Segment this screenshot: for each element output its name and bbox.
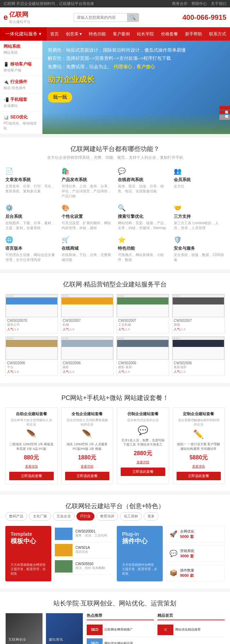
sidebar-item-phone[interactable]: 📲 手机端套 企业建站 — [0, 94, 42, 111]
pricing-btn-2[interactable]: 立即选此套餐 — [65, 472, 110, 480]
nav-academy[interactable]: 站长学院 — [133, 28, 157, 41]
nav-contact[interactable]: 联系方式 — [206, 28, 230, 41]
templates-grid: CWS020070 建筑公司 人气:1.4 CWS02007 机械 人气:1.0 — [5, 294, 225, 376]
pricing-price-2: 1880元 — [65, 454, 110, 462]
top-link-about[interactable]: 关于我们 — [211, 1, 226, 6]
template-heat-3: 人气: — [118, 327, 126, 331]
nav-creative[interactable]: 创意库 ▾ — [62, 28, 85, 41]
pricing-icon-2: 🪶 — [65, 429, 110, 439]
nav-pricing[interactable]: 价格套餐 — [157, 28, 182, 41]
platform-tab-3[interactable]: IT行业 — [76, 512, 94, 521]
platform-tab-4[interactable]: 教育培训 — [96, 512, 118, 521]
feature-security-icon: 🛡️ — [174, 236, 225, 244]
hero-big-text: 助力企业成长 — [48, 74, 225, 85]
template-preview-7 — [117, 337, 169, 360]
feature-lang-name: 语言版本 — [5, 245, 56, 251]
feature-thirdparty-name: 三方支持 — [174, 214, 225, 220]
pricing-detail-2[interactable]: 查看详情 — [65, 464, 110, 469]
hero-line1: 简易性：响应式页面设计，国际前沿时尚设计，傻瓜式操作简单易懂 — [48, 46, 225, 54]
rec-item-2[interactable]: SEO 网站优化建站精品营 — [87, 637, 154, 644]
template-heat-1: 人气: — [7, 327, 15, 331]
template-card-2[interactable]: CWS02007 机械 人气:1.0 — [61, 294, 114, 333]
feature-backend: ⚙️ 后台系统 在线图库，下载，分享，素材，主题，复制，全量系统 — [5, 204, 56, 231]
sidebar-item-mobile[interactable]: 📱 移动客户端 移动客户端 — [0, 58, 42, 76]
platform-tab-5[interactable]: 化工原材 — [120, 512, 142, 521]
search-button[interactable]: 🔍 — [127, 13, 139, 22]
hero-banner: 简易性：响应式页面设计，国际前沿时尚设计，傻瓜式操作简单易懂 解百性：选择好页面… — [42, 41, 230, 134]
nav-home[interactable]: 首页 — [47, 28, 62, 41]
float-consult[interactable]: 在线咨询 — [219, 106, 230, 110]
platform-tab-more[interactable]: 更多 — [144, 512, 159, 521]
pricing-btn-3[interactable]: 立即选此套餐 — [121, 468, 165, 476]
template-heat-8: 人气: — [174, 370, 181, 373]
template-preview-3 — [117, 294, 169, 317]
hot-title: 热点推荐 — [87, 613, 102, 618]
hero-play-btn[interactable]: 玩一玩 — [48, 92, 72, 103]
template-card-1[interactable]: CWS020070 建筑公司 人气:1.4 — [5, 294, 58, 333]
stat-item-1: 🚀 全网优化 5000 套 — [166, 526, 225, 543]
sidebar-item-seo[interactable]: 📊 SEO优化 PC端优化、移动端优化 — [0, 111, 42, 134]
nav-dropdown[interactable]: 一体化建站服务 ▾ — [0, 27, 47, 41]
template-name-3: CWS02007 — [118, 319, 167, 323]
feature-consult: 💬 在线咨询系统 咨询、留言、估值、分享、销售、电话、实现客服功能 — [118, 167, 169, 199]
pricing-icon-4: ✏️ — [177, 429, 221, 439]
rec-item-1[interactable]: SEO 亿联网全网营销推广 — [87, 623, 154, 637]
sidebar-item-website[interactable]: 网站系统 网站系统 — [0, 41, 42, 58]
pricing-detail-3[interactable]: 查看详情 — [121, 460, 165, 465]
pricing-desc-4: 适合需要理解建站精对到利润的企业 — [177, 418, 221, 427]
academy-card-2[interactable]: 建站资讯 建站资讯 — [46, 613, 83, 644]
template-heat-7: 人气: — [118, 370, 126, 373]
template-thumb-1 — [55, 528, 73, 540]
template-card-5[interactable]: CWS02006 平台 人气:1.8 — [5, 336, 58, 376]
template-card-3[interactable]: CWS02007 工业机械 人气:1.0 — [116, 294, 169, 333]
feature-backend-desc: 在线图库，下载，分享，素材，主题，复制，全量系统 — [5, 221, 56, 231]
pricing-detail-4[interactable]: 查看详情 — [177, 464, 221, 469]
search-input[interactable] — [74, 14, 127, 21]
sidebar-cat-plugin: 🔌 行业插件 — [4, 79, 39, 85]
platform-tab-2[interactable]: 五金企业 — [53, 512, 75, 521]
rec-thumb-1: SEO — [87, 625, 103, 635]
template-card-7[interactable]: CWS02006 摄影·最新 人气:1.0 — [116, 336, 169, 376]
hero-road — [42, 113, 230, 134]
feature-seo: 🔍 搜索引擎优化 网站结构，页面，链接，产品，文章，内链，关键词，Sitemap — [118, 204, 169, 231]
template-card-8[interactable]: CWS02006 最新顶部 人气:1.0 — [172, 336, 225, 376]
template-list-item-1[interactable]: CWS020001 服务、农业、工业结构 — [55, 526, 113, 542]
logo-icon: e — [4, 13, 8, 22]
premium-item-1[interactable]: 亿 网站优化精品推荐 — [157, 623, 225, 637]
academy-img-2: 建站资讯 — [46, 613, 83, 644]
template-card-6[interactable]: CWS02006 摄影 人气:1.0 — [61, 336, 114, 376]
platform-tab-0[interactable]: 数码产品 — [5, 512, 27, 521]
feature-consult-icon: 💬 — [118, 167, 169, 175]
nav-help[interactable]: 新手帮助 — [182, 28, 206, 41]
stat-count-3: 9000 款 — [180, 573, 194, 578]
pricing-detail-1[interactable]: 查看详情 — [9, 464, 54, 469]
pricing-title-2: 全包企业建站套餐 — [65, 411, 110, 417]
nav-cases[interactable]: 客户案例 — [109, 28, 133, 41]
pricing-title-4: 定制企业建站套餐 — [177, 411, 221, 417]
float-top[interactable]: ↑ — [219, 115, 230, 120]
template-card-4[interactable]: CWS02007 旗舰 人气:1.0 — [172, 294, 225, 333]
platform-stats: 🚀 全网优化 5000 套 💬 营销系统 3000 套 📦 插件数量 9000 … — [166, 526, 225, 581]
template-preview-2 — [61, 294, 113, 317]
top-link-help[interactable]: 帮助中心 — [191, 1, 207, 6]
template-banner-cn: 模板中心 — [11, 537, 46, 545]
template-preview-5 — [6, 337, 58, 360]
feature-security-name: 安全与服务 — [174, 245, 225, 251]
template-list-item-2[interactable]: CWS01A 国农农业 — [55, 542, 113, 558]
nav-features[interactable]: 特色功能 — [85, 28, 109, 41]
pricing-btn-4[interactable]: 立即选此套餐 — [177, 472, 221, 480]
platform-tab-1[interactable]: 文化厂家 — [29, 512, 51, 521]
feature-seo-icon: 🔍 — [118, 204, 169, 212]
feature-lang-icon: 🌐 — [5, 236, 56, 244]
float-phone[interactable]: 电话咨询 — [219, 110, 230, 114]
top-link-cooperation[interactable]: 商务合作 — [172, 1, 188, 6]
stat-icon-2: 💬 — [169, 550, 177, 557]
academy-title: 站长学院·互联网创业、网站优化、运营策划 — [5, 599, 225, 608]
academy-card-1[interactable]: 互联网创业 互联网创业 — [5, 613, 43, 644]
template-list-item-3[interactable]: CWS05550 简洁，组织 机构翻翻 — [55, 558, 113, 575]
sidebar-item-plugin[interactable]: 🔌 行业插件 精品 特色插件 — [0, 76, 42, 94]
template-cat-2: 机械 — [63, 323, 112, 327]
pricing-desc-2: 适合空间的人员消耗费资源建站的企业 — [65, 418, 110, 427]
pricing-btn-1[interactable]: 立即选此套餐 — [9, 472, 54, 480]
academy-left: 互联网创业 互联网创业 建站资讯 建站资讯 网站设置 网站设置 世贸物流 — [5, 613, 83, 644]
